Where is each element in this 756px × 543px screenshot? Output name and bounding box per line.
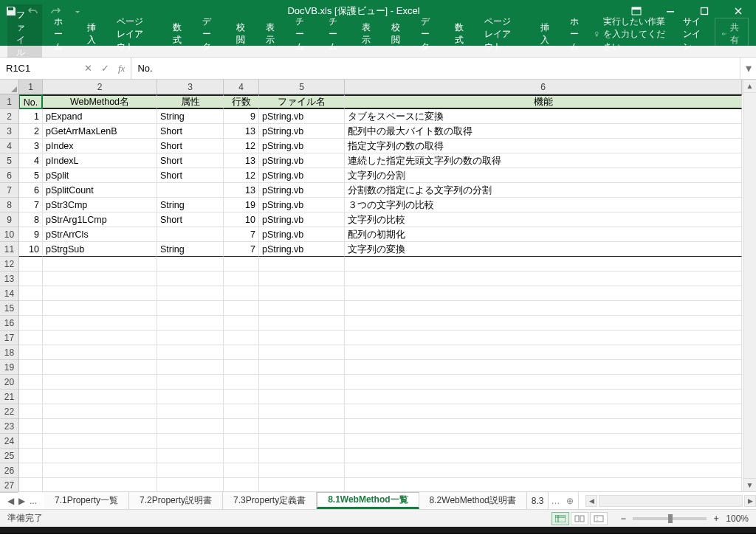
cell[interactable] xyxy=(157,390,224,404)
cell[interactable] xyxy=(345,301,742,316)
cell[interactable] xyxy=(224,257,259,272)
row-header-23[interactable]: 23 xyxy=(0,419,18,434)
cell[interactable] xyxy=(157,286,224,301)
row-header-2[interactable]: 2 xyxy=(0,109,18,124)
cell[interactable] xyxy=(224,478,259,491)
cell[interactable]: 分割数の指定による文字列の分割 xyxy=(345,183,742,198)
cell[interactable]: 12 xyxy=(224,168,259,183)
cell[interactable]: pSplitCount xyxy=(43,183,157,198)
cell[interactable] xyxy=(19,463,43,478)
signin-button[interactable]: サインイン xyxy=(676,11,712,58)
tab-3[interactable]: 数式 xyxy=(446,17,472,51)
cell[interactable] xyxy=(224,449,259,463)
zoom-in-button[interactable]: + xyxy=(711,513,721,524)
cell[interactable] xyxy=(19,375,43,390)
row-header-14[interactable]: 14 xyxy=(0,286,18,301)
col-header-4[interactable]: 4 xyxy=(224,80,259,94)
cell[interactable]: Short xyxy=(157,212,224,227)
cell[interactable]: pString.vb xyxy=(259,242,345,257)
cell[interactable] xyxy=(43,478,157,491)
cell[interactable]: 12 xyxy=(224,139,259,153)
cell[interactable]: 機能 xyxy=(345,94,742,109)
cell[interactable] xyxy=(345,404,742,419)
cell[interactable] xyxy=(19,331,43,345)
cell[interactable]: 連続した指定先頭文字列の数の取得 xyxy=(345,153,742,168)
cell[interactable] xyxy=(259,478,345,491)
cell[interactable] xyxy=(345,478,742,491)
tab-nav-ellipsis[interactable]: ... xyxy=(30,496,37,506)
cell[interactable]: pIndex xyxy=(43,139,157,153)
tab-nav-next-icon[interactable]: ▶ xyxy=(18,496,25,506)
cell[interactable]: String xyxy=(157,109,224,124)
cell[interactable]: 7 xyxy=(224,227,259,242)
tab-overflow-icon[interactable]: … xyxy=(549,492,562,509)
cell[interactable] xyxy=(157,449,224,463)
cell[interactable]: pString.vb xyxy=(259,198,345,212)
cell[interactable]: pGetArrMaxLenB xyxy=(43,124,157,139)
row-header-25[interactable]: 25 xyxy=(0,449,18,463)
scroll-up-icon[interactable]: ▲ xyxy=(743,80,756,93)
cell[interactable]: No. xyxy=(19,94,43,109)
view-page-break-icon[interactable] xyxy=(590,512,608,525)
cell[interactable]: pString.vb xyxy=(259,183,345,198)
cell[interactable] xyxy=(224,375,259,390)
cell[interactable] xyxy=(345,257,742,272)
sheet-tab-1[interactable]: 7.2Property説明書 xyxy=(129,492,223,509)
cell[interactable] xyxy=(157,375,224,390)
cell[interactable] xyxy=(19,390,43,404)
cell[interactable] xyxy=(157,478,224,491)
cell[interactable]: pString.vb xyxy=(259,227,345,242)
row-header-5[interactable]: 5 xyxy=(0,153,18,168)
cell[interactable] xyxy=(43,331,157,345)
cell[interactable]: Short xyxy=(157,124,224,139)
tell-me[interactable]: 実行したい作業を入力してください xyxy=(594,15,670,53)
cell[interactable] xyxy=(259,257,345,272)
view-normal-icon[interactable] xyxy=(551,512,569,525)
cell[interactable] xyxy=(157,257,224,272)
cell[interactable]: 1 xyxy=(19,109,43,124)
row-header-3[interactable]: 3 xyxy=(0,124,18,139)
cell[interactable] xyxy=(43,390,157,404)
cell[interactable]: 13 xyxy=(224,183,259,198)
row-header-12[interactable]: 12 xyxy=(0,257,18,272)
ribbon-tab-6[interactable]: 表示 xyxy=(257,17,284,51)
cell[interactable]: pStrArrCls xyxy=(43,227,157,242)
cell[interactable] xyxy=(259,463,345,478)
cell[interactable]: 8 xyxy=(19,212,43,227)
cell[interactable] xyxy=(224,286,259,301)
cell[interactable]: ファイル名 xyxy=(259,94,345,109)
cell[interactable]: 9 xyxy=(19,227,43,242)
cell[interactable] xyxy=(43,375,157,390)
cell[interactable] xyxy=(19,478,43,491)
cell[interactable] xyxy=(224,419,259,434)
cell[interactable] xyxy=(345,272,742,286)
row-header-21[interactable]: 21 xyxy=(0,390,18,404)
cell[interactable] xyxy=(157,360,224,375)
row-header-27[interactable]: 27 xyxy=(0,478,18,493)
ribbon-tab-3[interactable]: 数式 xyxy=(164,17,190,51)
select-all-button[interactable] xyxy=(0,80,19,94)
hscroll-track[interactable] xyxy=(599,495,743,507)
cell[interactable]: pIndexL xyxy=(43,153,157,168)
cell[interactable] xyxy=(345,434,742,449)
ribbon-tab-1[interactable]: 挿入 xyxy=(78,17,105,51)
cell[interactable] xyxy=(157,419,224,434)
sheet-tab-0[interactable]: 7.1Property一覧 xyxy=(44,492,129,509)
row-header-19[interactable]: 19 xyxy=(0,360,18,375)
cell[interactable] xyxy=(19,272,43,286)
cell[interactable] xyxy=(19,301,43,316)
row-header-13[interactable]: 13 xyxy=(0,272,18,286)
cell[interactable] xyxy=(157,227,224,242)
zoom-slider[interactable] xyxy=(633,517,707,520)
cell[interactable] xyxy=(43,257,157,272)
cell[interactable]: pString.vb xyxy=(259,168,345,183)
cell[interactable] xyxy=(259,434,345,449)
cell[interactable]: 文字列の変換 xyxy=(345,242,742,257)
zoom-out-button[interactable]: − xyxy=(618,513,628,524)
redo-icon[interactable] xyxy=(49,4,62,18)
cell[interactable] xyxy=(224,463,259,478)
col-header-3[interactable]: 3 xyxy=(157,80,224,94)
cell[interactable]: String xyxy=(157,242,224,257)
cell[interactable] xyxy=(43,404,157,419)
cell[interactable] xyxy=(43,463,157,478)
